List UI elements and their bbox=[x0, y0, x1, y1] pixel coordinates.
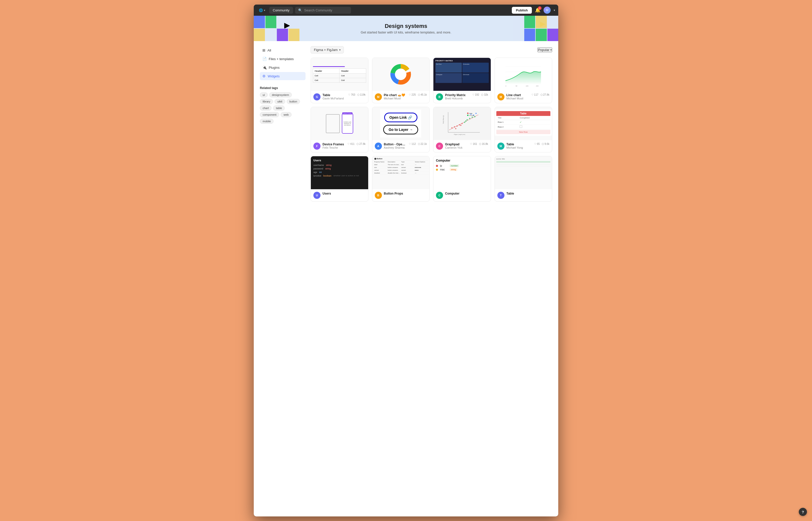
notification-button[interactable]: 🔔 1 bbox=[535, 7, 541, 13]
avatar: T bbox=[497, 192, 504, 199]
card-table[interactable]: HeaderHeader CellCell CellCell G Table bbox=[311, 58, 368, 103]
card-author: Michael Yong bbox=[506, 146, 532, 149]
bp-cell: variant bbox=[401, 169, 413, 171]
tag-ui[interactable]: ui bbox=[260, 92, 268, 97]
card-stats: ♡ 411 ⬡ 27.8k bbox=[347, 142, 365, 145]
bp-cell: The text of a button bbox=[388, 164, 400, 165]
svg-text:Adelie: Adelie bbox=[469, 113, 472, 114]
tag-component[interactable]: component bbox=[260, 112, 279, 117]
card-info: T Table bbox=[495, 189, 552, 201]
avatar: A bbox=[375, 142, 382, 150]
sidebar-item-all[interactable]: ⊞ All bbox=[260, 46, 306, 54]
card-preview-priority: PRIORITY MATRIX Do First Schedule Delega… bbox=[433, 58, 491, 91]
chevron-down-icon[interactable]: ▾ bbox=[554, 8, 555, 12]
card-users[interactable]: Users userName string password string bbox=[311, 156, 368, 202]
bp-cell: size bbox=[374, 167, 387, 168]
card-line-chart[interactable]: 0 50 100 150 M Line chart Michael Musil bbox=[495, 58, 552, 103]
card-preview-button-props: ⬤ Button Property Name Description Type … bbox=[372, 156, 430, 189]
tl-title: some title bbox=[496, 158, 551, 160]
cursor-left-icon: ▶ bbox=[284, 21, 290, 29]
avatar: G bbox=[313, 93, 320, 100]
card-open-link[interactable]: Open Link 🔗 Go to Layer → A Button - Ope… bbox=[372, 107, 430, 153]
priority-header: PRIORITY MATRIX bbox=[435, 60, 489, 62]
tag-table[interactable]: table bbox=[273, 106, 285, 111]
sidebar-item-plugins[interactable]: 🔌 Plugins bbox=[260, 63, 306, 71]
chevron-down-icon: ▾ bbox=[264, 9, 265, 12]
table-preview: HeaderHeader CellCell CellCell bbox=[311, 64, 368, 85]
files-icon: 📄 bbox=[263, 57, 267, 61]
hero-title: Design systems bbox=[361, 23, 451, 29]
users-row: isActive boolean whether user is active … bbox=[313, 175, 366, 177]
bp-row: label The text of a button text — bbox=[373, 163, 429, 166]
card-title: Pie chart 🥧🧡 bbox=[384, 93, 407, 97]
card-table-widget[interactable]: Table Title Completed Row 1 ✓ bbox=[495, 107, 552, 153]
tag-mobile[interactable]: mobile bbox=[260, 119, 273, 124]
card-title: Graphpad bbox=[445, 142, 468, 146]
go-to-layer-button-preview: Go to Layer → bbox=[383, 125, 418, 134]
card-computer[interactable]: Computer ip number mac string bbox=[433, 156, 491, 202]
avatar: B bbox=[375, 192, 382, 199]
svg-point-17 bbox=[454, 126, 455, 128]
bp-header: ⬤ Button bbox=[373, 157, 429, 161]
tw-row1: Row 1 bbox=[496, 120, 518, 124]
tag-designsystem[interactable]: designsystem bbox=[269, 92, 292, 97]
avatar: U bbox=[313, 192, 320, 199]
comp-name: mac bbox=[440, 168, 448, 171]
search-bar[interactable]: 🔍 Search Community bbox=[295, 7, 351, 14]
card-stats: ♡ 192 ⬡ 32k bbox=[472, 93, 488, 96]
sidebar-item-files[interactable]: 📄 Files + templates bbox=[260, 55, 306, 63]
card-graphpad[interactable]: Adelie Chinstrap Flipper Length (mm) Bod… bbox=[433, 107, 491, 153]
tl-cell bbox=[533, 165, 550, 166]
card-info: B Priority Matrix Brett Holcomb ♡ 192 ⬡ … bbox=[433, 91, 491, 103]
tl-cell bbox=[514, 163, 533, 165]
tag-button[interactable]: button bbox=[287, 99, 300, 104]
globe-button[interactable]: 🌐 ▾ bbox=[257, 7, 267, 13]
related-tags-section: Related tags ui designsystem library uik… bbox=[260, 86, 306, 124]
card-info: F Device Frames Felix Tesche ♡ 411 ⬡ 27.… bbox=[311, 140, 368, 152]
card-priority-matrix[interactable]: PRIORITY MATRIX Do First Schedule Delega… bbox=[433, 58, 491, 103]
tag-web[interactable]: web bbox=[281, 112, 291, 117]
sidebar-item-widgets[interactable]: ⚙ Widgets bbox=[260, 72, 306, 80]
card-meta: Table Michael Yong bbox=[506, 142, 532, 149]
tag-chart[interactable]: chart bbox=[260, 106, 271, 111]
tag-uikit[interactable]: uikit bbox=[275, 99, 285, 104]
grid-main: Figma + FigJam ▾ Popular ▾ bbox=[311, 46, 552, 202]
sidebar-item-label: Files + templates bbox=[269, 57, 294, 61]
priority-grid: Do First Schedule Delegate Eliminate bbox=[435, 63, 489, 83]
copies-stat: ⬡ 22.1k bbox=[418, 142, 427, 145]
users-type: int bbox=[319, 171, 322, 174]
popular-sort-button[interactable]: Popular ▾ bbox=[537, 47, 552, 52]
card-info: M Table Michael Yong ♡ 65 ⬡ 9.6k bbox=[495, 140, 552, 152]
card-title: Table bbox=[322, 93, 346, 97]
copies-stat: ⬡ 45.1k bbox=[418, 93, 427, 96]
publish-button[interactable]: Publish bbox=[512, 7, 532, 14]
bp-cell: disabled bbox=[374, 172, 387, 174]
user-avatar[interactable]: M bbox=[543, 6, 551, 14]
tag-library[interactable]: library bbox=[260, 99, 273, 104]
card-stats: ♡ 65 ⬡ 9.6k bbox=[534, 142, 549, 145]
community-tab[interactable]: Community bbox=[269, 7, 293, 14]
svg-point-31 bbox=[475, 113, 476, 114]
bp-cell: — bbox=[415, 172, 427, 174]
card-table-light[interactable]: some title bbox=[495, 156, 552, 202]
figma-figjam-filter[interactable]: Figma + FigJam ▾ bbox=[311, 46, 344, 53]
svg-text:Flipper Length (mm): Flipper Length (mm) bbox=[454, 134, 465, 135]
graphpad-svg: Adelie Chinstrap Flipper Length (mm) Bod… bbox=[442, 110, 482, 137]
globe-icon: 🌐 bbox=[259, 8, 263, 12]
topbar-left: 🌐 ▾ Community 🔍 Search Community bbox=[257, 7, 351, 14]
bp-row: size button answers variant ■ ■ ■ ■ ■ bbox=[373, 166, 429, 169]
card-pie-chart[interactable]: M Pie chart 🥧🧡 Michael Musil ♡ 225 ⬡ 45.… bbox=[372, 58, 430, 103]
card-preview-table-light: some title bbox=[495, 156, 552, 189]
card-author: Cameron Yick bbox=[445, 146, 468, 149]
card-title: Table bbox=[506, 142, 532, 146]
card-button-props[interactable]: ⬤ Button Property Name Description Type … bbox=[372, 156, 430, 202]
card-device-frames[interactable]: Device Frames Scribble quick interfaces … bbox=[311, 107, 368, 153]
svg-point-27 bbox=[472, 117, 473, 118]
avatar: F bbox=[313, 142, 320, 150]
search-icon: 🔍 bbox=[298, 8, 302, 12]
likes-stat: ♡ 192 bbox=[472, 93, 479, 96]
card-info: A Button - Open Link... Aashrey Sharma ♡… bbox=[372, 140, 430, 152]
tw-check1: ✓ bbox=[518, 120, 550, 124]
svg-text:50: 50 bbox=[516, 85, 517, 87]
users-title: Users bbox=[313, 159, 366, 162]
